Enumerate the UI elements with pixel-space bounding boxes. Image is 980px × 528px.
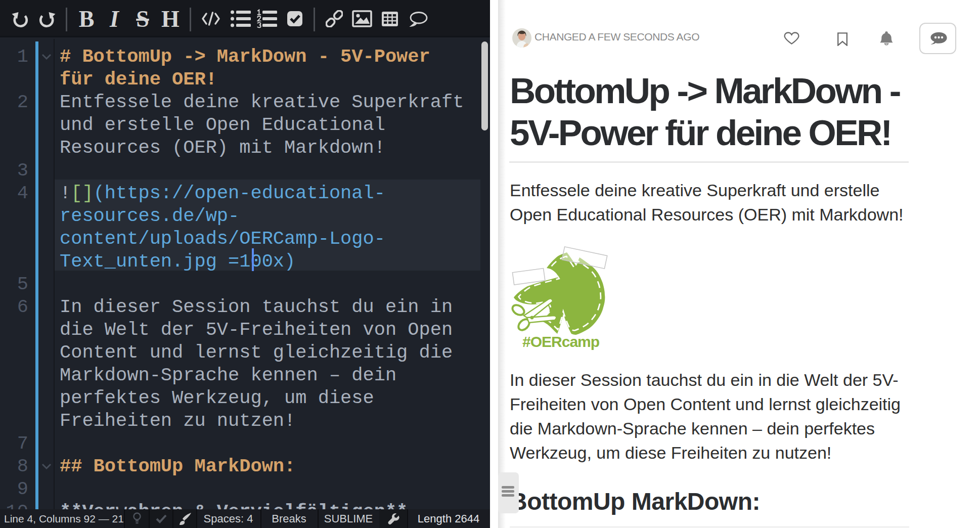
svg-text:#OERcamp: #OERcamp <box>522 333 600 350</box>
